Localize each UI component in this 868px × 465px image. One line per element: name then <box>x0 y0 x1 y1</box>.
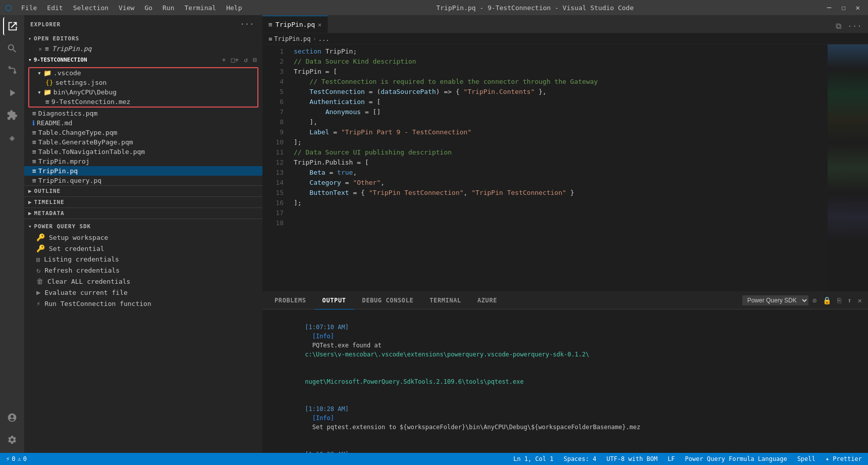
trippin-query-item[interactable]: ≡ TripPin.query.pq <box>24 176 262 185</box>
panel-tab-azure[interactable]: AZURE <box>469 292 505 309</box>
explorer-activity-icon[interactable] <box>3 17 21 35</box>
extensions-activity-icon[interactable] <box>3 106 21 124</box>
panel-close-icon[interactable]: ✕ <box>856 295 864 305</box>
pq-set-credential[interactable]: 🔑 Set credential <box>24 243 262 254</box>
panel-tab-debug-console[interactable]: DEBUG CONSOLE <box>354 292 422 309</box>
readme-item[interactable]: ℹ README.md <box>24 118 262 128</box>
collapse-icon[interactable]: ⊟ <box>251 56 258 64</box>
mez-file-item[interactable]: ≡ 9-TestConnection.mez <box>29 97 257 107</box>
eol-label: LF <box>668 455 675 462</box>
project-label: 9-TestConnection <box>34 57 87 63</box>
open-editor-trippin[interactable]: ✕ ≡ TripPin.pq <box>24 44 262 54</box>
settings-activity-icon[interactable] <box>3 431 21 449</box>
pq-sdk-header[interactable]: ▾ Power Query SDK <box>24 221 262 232</box>
breadcrumb-filename[interactable]: TripPin.pq <box>274 35 310 42</box>
panel-maximize-icon[interactable]: ⬆ <box>845 295 853 305</box>
vscode-folder-group: ▾ 📁 .vscode {} settings.json ▾ 📁 bin\Any… <box>28 67 258 108</box>
status-cursor-position[interactable]: Ln 1, Col 1 <box>511 455 555 462</box>
folder-arrow-icon: ▾ <box>37 69 41 77</box>
pq-evaluate-current-file[interactable]: ▶ Evaluate current file <box>24 287 262 298</box>
status-spaces[interactable]: Spaces: 4 <box>562 455 599 462</box>
status-encoding[interactable]: UTF-8 with BOM <box>605 455 660 462</box>
pq-setup-workspace[interactable]: 🔑 Setup workspace <box>24 232 262 243</box>
close-editor-icon[interactable]: ✕ <box>38 45 42 53</box>
account-activity-icon[interactable] <box>3 408 21 427</box>
source-control-activity-icon[interactable] <box>3 62 21 80</box>
diagnostics-item[interactable]: ≡ Diagnostics.pqm <box>24 109 262 118</box>
table-generatebypage-item[interactable]: ≡ Table.GenerateByPage.pqm <box>24 137 262 147</box>
code-content[interactable]: section TripPin; // Data Source Kind des… <box>288 44 828 291</box>
vscode-logo-icon: ⬡ <box>5 3 12 13</box>
window-title: TripPin.pq - 9-TestConnection - Visual S… <box>436 4 633 12</box>
new-file-icon[interactable]: + <box>221 56 228 64</box>
minimize-button[interactable]: ─ <box>824 3 834 13</box>
open-editors-label: Open Editors <box>34 35 79 42</box>
split-editor-icon[interactable]: ⧉ <box>834 19 843 33</box>
panel-tab-problems[interactable]: PROBLEMS <box>266 292 314 309</box>
menu-view[interactable]: View <box>115 3 138 13</box>
refresh-icon[interactable]: ↺ <box>242 56 249 64</box>
sidebar: Explorer ··· ▾ Open Editors ✕ ≡ TripPin.… <box>24 15 262 453</box>
close-button[interactable]: ✕ <box>853 3 863 13</box>
panel-copy-icon[interactable]: ⎘ <box>835 295 843 305</box>
panel-lock-icon[interactable]: 🔒 <box>821 295 833 305</box>
timeline-label: TIMELINE <box>34 199 65 205</box>
panel-tab-output[interactable]: OUTPUT <box>314 292 354 309</box>
open-editors-section[interactable]: ▾ Open Editors <box>24 33 262 44</box>
menu-edit[interactable]: Edit <box>43 3 67 13</box>
breadcrumb-ellipsis[interactable]: ... <box>318 35 330 42</box>
status-eol[interactable]: LF <box>666 455 677 462</box>
table-changetype-item[interactable]: ≡ Table.ChangeType.pqm <box>24 128 262 137</box>
maximize-button[interactable]: ☐ <box>838 3 848 13</box>
trippin-pq-item[interactable]: ≡ TripPin.pq <box>24 166 262 176</box>
sidebar-scroll[interactable]: ▾ Open Editors ✕ ≡ TripPin.pq ▾ 9-TestCo… <box>24 33 262 453</box>
metadata-section[interactable]: ▶ METADATA <box>24 208 262 219</box>
menu-file[interactable]: File <box>17 3 41 13</box>
timeline-section[interactable]: ▶ TIMELINE <box>24 196 262 208</box>
trippin-query-label: TripPin.query.pq <box>38 177 101 184</box>
new-folder-icon[interactable]: □+ <box>230 56 241 64</box>
menu-go[interactable]: Go <box>140 3 156 13</box>
minimap-content <box>828 44 868 291</box>
run-debug-activity-icon[interactable] <box>3 84 21 102</box>
status-errors[interactable]: ⚡ 0 ⚠ 0 <box>4 455 29 462</box>
more-tab-actions-icon[interactable]: ··· <box>845 19 864 33</box>
error-icon: ⚡ <box>6 455 10 462</box>
trippin-pq-label: TripPin.pq <box>38 167 78 175</box>
table-tonavigation-item[interactable]: ≡ Table.ToNavigationTable.pqm <box>24 147 262 157</box>
project-tree-header[interactable]: ▾ 9-TestConnection + □+ ↺ ⊟ <box>24 54 262 66</box>
panel-clear-icon[interactable]: ⊘ <box>810 295 819 305</box>
menu-terminal[interactable]: Terminal <box>181 3 221 13</box>
project-name: ▾ 9-TestConnection <box>28 57 87 63</box>
vscode-folder-item[interactable]: ▾ 📁 .vscode <box>29 68 257 78</box>
code-line-5: // TestConnection is required to enable … <box>288 77 828 87</box>
menu-selection[interactable]: Selection <box>69 3 113 13</box>
pq-listing-credentials[interactable]: ▤ Listing credentials <box>24 254 262 265</box>
sidebar-more-options-icon[interactable]: ··· <box>238 19 256 29</box>
table-changetype-label: Table.ChangeType.pqm <box>38 129 118 136</box>
misc-activity-icon[interactable]: ◈ <box>3 128 21 146</box>
pq-run-testconnection[interactable]: ⚡ Run TestConnection function <box>24 298 262 309</box>
menu-help[interactable]: Help <box>222 3 246 13</box>
tab-file-icon: ≡ <box>268 21 273 28</box>
menu-run[interactable]: Run <box>158 3 178 13</box>
settings-json-item[interactable]: {} settings.json <box>29 78 257 87</box>
warning-icon: ⚠ <box>17 455 21 462</box>
set-credential-icon: 🔑 <box>36 244 45 252</box>
bin-folder-label: bin\AnyCPU\Debug <box>53 88 117 96</box>
panel-tab-terminal[interactable]: TERMINAL <box>421 292 469 309</box>
outline-section[interactable]: ▶ OUTLINE <box>24 185 262 196</box>
pq-refresh-credentials[interactable]: ↻ Refresh credentials <box>24 265 262 276</box>
set-credential-label: Set credential <box>49 245 104 252</box>
status-language[interactable]: Power Query Formula Language <box>683 455 789 462</box>
bin-folder-item[interactable]: ▾ 📁 bin\AnyCPU\Debug <box>29 87 257 97</box>
status-prettier[interactable]: ✦ Prettier <box>824 455 864 462</box>
pq-clear-all-credentials[interactable]: 🗑 Clear ALL credentials <box>24 276 262 287</box>
trippin-mproj-item[interactable]: ≡ TripPin.mproj <box>24 157 262 166</box>
tab-close-icon[interactable]: ✕ <box>318 21 321 28</box>
output-selector[interactable]: Power Query SDK <box>742 295 808 305</box>
code-editor[interactable]: 1 2 3 4 5 6 7 8 9 10 11 12 13 14 15 16 1… <box>262 44 868 291</box>
search-activity-icon[interactable] <box>3 39 21 58</box>
status-spell[interactable]: Spell <box>795 455 818 462</box>
tab-trippin-pq[interactable]: ≡ TripPin.pq ✕ <box>262 16 328 33</box>
